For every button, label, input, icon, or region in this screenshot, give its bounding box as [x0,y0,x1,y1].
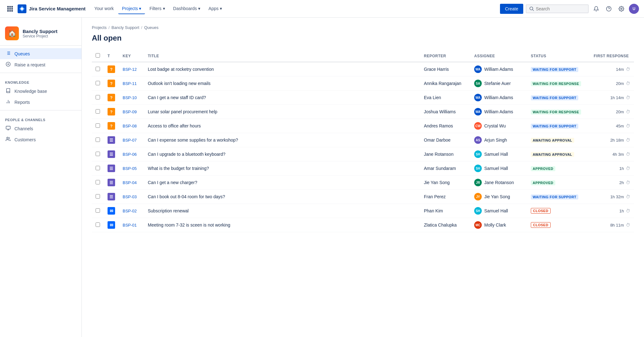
issue-title-link[interactable]: Outlook isn't loading new emails [148,81,211,86]
col-header-status: Status [527,50,590,62]
project-icon: 🏠 [5,26,19,40]
issue-title-link[interactable]: Access to office after hours [148,123,201,128]
issue-key-link[interactable]: BSP-09 [123,110,137,114]
assignee-name: Molly Clark [484,222,506,227]
issue-key-link[interactable]: BSP-10 [123,95,137,100]
nav-dashboards[interactable]: Dashboards ▾ [169,3,204,14]
apps-chevron-icon: ▾ [220,6,222,11]
sidebar-item-customers[interactable]: Customers [0,134,81,145]
sidebar-item-queues[interactable]: Queues [0,48,81,59]
breadcrumb-queues[interactable]: Queues [144,25,158,30]
issue-title-link[interactable]: Can I expense some supplies for a worksh… [148,138,238,143]
search-box[interactable] [526,4,589,13]
table-row: ☰ BSP-03 Can I book out 8-04 room for tw… [92,190,634,204]
table-row: ? BSP-11 Outlook isn't loading new email… [92,76,634,91]
projects-chevron-icon: ▾ [139,6,141,11]
create-button[interactable]: Create [500,4,523,14]
settings-button[interactable] [616,4,626,14]
issue-type-badge: ☰ [108,136,115,144]
breadcrumb-projects[interactable]: Projects [92,25,107,30]
issue-key-link[interactable]: BSP-11 [123,81,137,86]
nav-filters[interactable]: Filters ▾ [146,3,169,14]
first-response-time: 1h [619,209,624,213]
svg-rect-2 [11,6,13,8]
row-checkbox-1[interactable] [96,81,100,85]
assignee-name: Samuel Hall [484,166,508,171]
svg-point-12 [621,8,622,9]
first-response-cell: 20m ⏱ [594,109,630,114]
row-checkbox-6[interactable] [96,152,100,156]
col-header-first-response: First response [590,50,634,62]
issue-key-link[interactable]: BSP-05 [123,166,137,171]
assignee-cell: SA Stefanie Auer [474,80,523,87]
nav-projects[interactable]: Projects ▾ [118,3,145,14]
sidebar-item-raise-request[interactable]: Raise a request [0,59,81,70]
nav-apps[interactable]: Apps ▾ [205,3,226,14]
row-checkbox-7[interactable] [96,166,100,170]
help-button[interactable] [604,4,614,14]
first-response-time: 4h 3m [613,152,624,157]
search-input[interactable] [536,6,580,11]
issue-title-link[interactable]: Can I get a new staff ID card? [148,95,206,100]
issue-key-link[interactable]: BSP-02 [123,209,137,213]
brand-logo[interactable]: Jira Service Management [18,4,86,13]
issue-key-link[interactable]: BSP-07 [123,138,137,143]
assignee-name: Stefanie Auer [484,81,511,86]
first-response-cell: 1h 14m ⏱ [594,95,630,100]
breadcrumb-bancly-support[interactable]: Bancly Support [112,25,139,30]
nav-your-work[interactable]: Your work [91,3,118,14]
svg-point-10 [530,7,533,10]
first-response-time: 1h 32m [610,194,624,199]
reporter-name: Andres Ramos [424,123,453,128]
issue-title-link[interactable]: What is the budget for training? [148,166,209,171]
issue-type-badge: ✉ [108,221,115,229]
project-header[interactable]: 🏠 Bancly Support Service Project [0,23,81,46]
table-row: ? BSP-08 Access to office after hours An… [92,119,634,133]
issue-title-link[interactable]: Lunar solar panel procurement help [148,109,217,114]
first-response-cell: 8h 11m ⏱ [594,222,630,227]
row-checkbox-3[interactable] [96,109,100,114]
top-navigation: Jira Service Management Your work Projec… [0,0,644,18]
row-checkbox-0[interactable] [96,67,100,71]
row-checkbox-9[interactable] [96,194,100,199]
row-checkbox-8[interactable] [96,180,100,184]
row-checkbox-5[interactable] [96,138,100,142]
row-checkbox-11[interactable] [96,222,100,227]
select-all-checkbox[interactable] [96,53,100,58]
issue-title-link[interactable]: Lost badge at rocketry convention [148,67,214,72]
issue-title-link[interactable]: Subscription renewal [148,208,189,213]
issue-key-link[interactable]: BSP-01 [123,223,137,227]
sidebar: 🏠 Bancly Support Service Project Queues [0,18,82,337]
app-switcher-button[interactable] [5,4,15,14]
assignee-cell: WA William Adams [474,108,523,115]
reporter-name: Omar Darboe [424,138,451,143]
sidebar-item-knowledge-base[interactable]: Knowledge base [0,86,81,97]
issue-key-link[interactable]: BSP-12 [123,67,137,72]
row-checkbox-10[interactable] [96,208,100,213]
svg-rect-1 [9,6,11,8]
issue-title-link[interactable]: Meeting room 7-32 is sceen is not workin… [148,222,230,227]
sidebar-item-reports[interactable]: Reports [0,97,81,108]
issue-key-link[interactable]: BSP-03 [123,194,137,199]
issue-key-link[interactable]: BSP-06 [123,152,137,157]
issue-title-link[interactable]: Can I get a new charger? [148,180,197,185]
user-avatar[interactable]: U [629,4,639,14]
assignee-cell: JY Jie Yan Song [474,193,523,200]
svg-rect-6 [7,10,9,12]
row-checkbox-2[interactable] [96,95,100,99]
issue-title-link[interactable]: Can I book out 8-04 room for two days? [148,194,225,199]
table-row: ☰ BSP-04 Can I get a new charger? Jie Ya… [92,176,634,190]
first-response-cell: 4h 3m ⏱ [594,152,630,157]
notifications-button[interactable] [591,4,601,14]
assignee-cell: WA William Adams [474,65,523,73]
issue-key-link[interactable]: BSP-04 [123,180,137,185]
sidebar-item-channels[interactable]: Channels [0,123,81,134]
issue-key-link[interactable]: BSP-08 [123,124,137,128]
first-response-cell: 1h ⏱ [594,166,630,171]
issue-title-link[interactable]: Can I upgrade to a bluetooth keyboard? [148,152,225,157]
row-checkbox-4[interactable] [96,123,100,128]
clock-icon: ⏱ [626,194,630,199]
reporter-name: Jane Rotanson [424,152,453,157]
clock-icon: ⏱ [626,180,630,185]
project-name: Bancly Support [23,29,58,34]
